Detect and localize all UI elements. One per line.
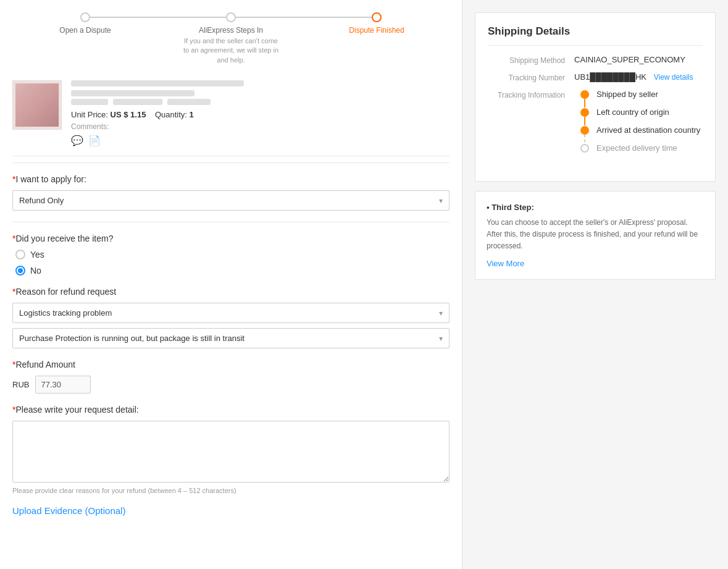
tracking-number-label: Tracking Number (488, 72, 574, 82)
detail-label: *Please write your request detail: (12, 405, 450, 415)
step-open-dispute: Open a Dispute (12, 12, 158, 35)
view-more-link[interactable]: View More (487, 259, 524, 268)
step-circle-3 (372, 12, 382, 22)
shipping-method-label: Shipping Method (488, 55, 574, 65)
radio-no-circle (15, 266, 25, 276)
detail-hint: Please provide clear reasons for your re… (12, 487, 450, 494)
apply-for-section: *I want to apply for: Refund Only Return… (12, 174, 450, 211)
attr-bar-2 (113, 99, 162, 105)
step-label-1: Open a Dispute (59, 26, 111, 35)
radio-yes-circle (15, 250, 25, 259)
tracking-text-0: Shipped by seller (596, 90, 658, 99)
tracking-dot-2 (580, 126, 589, 135)
third-step-title: • Third Step: (487, 203, 704, 212)
tracking-item-2: Arrived at destination country (580, 125, 700, 135)
amount-input[interactable] (35, 376, 91, 394)
shipping-card: Shipping Details Shipping Method CAINIAO… (475, 12, 716, 182)
step-circle-1 (80, 12, 90, 22)
reason-section: *Reason for refund request Logistics tra… (12, 287, 450, 348)
step-circle-2 (226, 12, 236, 22)
received-section: *Did you receive the item? Yes No (12, 234, 450, 276)
apply-for-label: *I want to apply for: (12, 174, 450, 184)
dispute-stepper: Open a Dispute AliExpress Steps In If yo… (12, 0, 450, 71)
right-panel: Shipping Details Shipping Method CAINIAO… (462, 0, 728, 569)
subreason-select-wrapper[interactable]: Purchase Protection is running out, but … (12, 328, 450, 348)
detail-section: *Please write your request detail: Pleas… (12, 405, 450, 494)
tracking-info-label: Tracking Information (488, 90, 574, 99)
refund-amount-row: RUB (12, 376, 450, 394)
product-comments: Comments: (71, 122, 450, 131)
reason-select[interactable]: Logistics tracking problem Item not rece… (13, 303, 449, 322)
apply-for-select[interactable]: Refund Only Return and Refund (13, 191, 449, 210)
refund-label: *Refund Amount (12, 360, 450, 369)
tracking-item-0: Shipped by seller (580, 90, 700, 99)
received-label: *Did you receive the item? (12, 234, 450, 243)
upload-label[interactable]: Upload Evidence (Optional) (12, 505, 450, 516)
tracking-dot-3 (580, 144, 589, 153)
product-row: Unit Price: US $ 1.15 Quantity: 1 Commen… (12, 71, 450, 156)
tracking-item-3: Expected delivery time (580, 143, 700, 153)
shipping-method-row: Shipping Method CAINIAO_SUPER_ECONOMY (488, 55, 703, 65)
radio-no[interactable]: No (15, 266, 450, 276)
product-image (12, 80, 62, 130)
tracking-info-row: Tracking Information Shipped by seller (488, 90, 703, 161)
refund-amount-section: *Refund Amount RUB (12, 360, 450, 394)
apply-for-select-wrapper[interactable]: Refund Only Return and Refund ▾ (12, 190, 450, 211)
radio-yes[interactable]: Yes (15, 250, 450, 259)
tracking-number-value: UB1████████HK View details (574, 72, 703, 82)
tracking-dot-0 (580, 90, 589, 99)
shipping-title: Shipping Details (488, 25, 703, 46)
shipping-method-value: CAINIAO_SUPER_ECONOMY (574, 55, 703, 64)
step-sublabel-2: If you and the seller can't come to an a… (182, 36, 280, 65)
quantity-value: 1 (190, 110, 194, 119)
step-label-2: AliExpress Steps In (199, 26, 263, 35)
tracking-timeline: Shipped by seller Left country of origin (574, 90, 700, 161)
radio-yes-label: Yes (30, 250, 44, 259)
third-step-text: You can choose to accept the seller's or… (487, 217, 704, 253)
reason-select-wrapper[interactable]: Logistics tracking problem Item not rece… (12, 303, 450, 323)
view-details-link[interactable]: View details (654, 73, 693, 82)
attr-bar-3 (167, 99, 211, 105)
doc-icon: 📄 (88, 135, 101, 146)
detail-textarea[interactable] (12, 421, 450, 483)
step-finished: Dispute Finished (304, 12, 450, 35)
attr-bar-1 (71, 99, 108, 105)
product-title-bar-2 (71, 90, 195, 96)
tracking-dot-1 (580, 108, 589, 117)
third-step-card: • Third Step: You can choose to accept t… (475, 191, 716, 280)
price-value: US $ 1.15 (111, 110, 146, 119)
currency-label: RUB (12, 380, 29, 389)
product-icons: 💬 📄 (71, 135, 450, 146)
tracking-item-1: Left country of origin (580, 107, 700, 117)
tracking-text-2: Arrived at destination country (596, 125, 700, 135)
subreason-select[interactable]: Purchase Protection is running out, but … (13, 329, 449, 348)
radio-no-label: No (30, 266, 41, 276)
chat-icon: 💬 (71, 135, 83, 146)
step-label-3: Dispute Finished (349, 26, 404, 35)
radio-group: Yes No (15, 250, 450, 276)
tracking-number-row: Tracking Number UB1████████HK View detai… (488, 72, 703, 82)
product-title-bar-1 (71, 80, 244, 86)
tracking-text-3: Expected delivery time (596, 143, 677, 153)
reason-label: *Reason for refund request (12, 287, 450, 297)
product-price: Unit Price: US $ 1.15 Quantity: 1 (71, 110, 450, 119)
product-attrs (71, 99, 450, 105)
step-aliexpress: AliExpress Steps In If you and the selle… (158, 12, 304, 65)
tracking-text-1: Left country of origin (596, 107, 669, 117)
product-info: Unit Price: US $ 1.15 Quantity: 1 Commen… (71, 80, 450, 146)
